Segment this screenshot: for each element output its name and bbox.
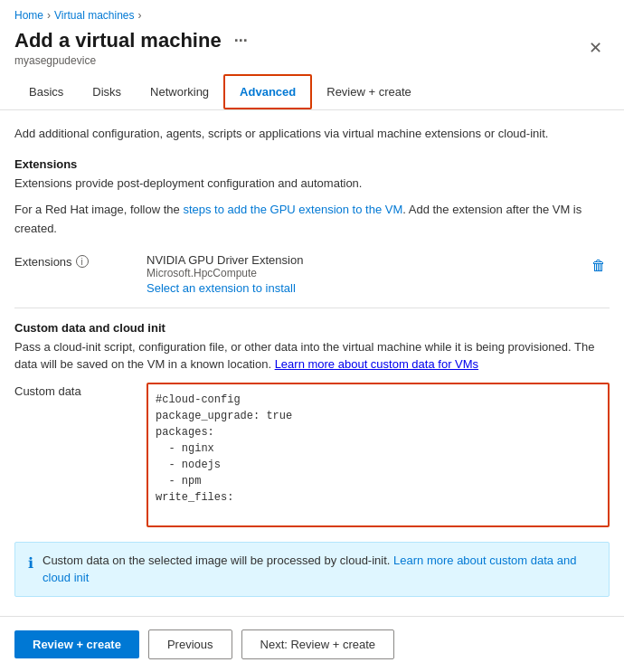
- extensions-info-icon[interactable]: i: [76, 255, 89, 268]
- extensions-info-before: For a Red Hat image, follow the: [14, 203, 183, 216]
- tab-basics[interactable]: Basics: [14, 74, 78, 109]
- breadcrumb-sep1: ›: [47, 9, 51, 22]
- delete-extension-button[interactable]: 🗑: [588, 256, 610, 276]
- page-description: Add additional configuration, agents, sc…: [14, 125, 610, 143]
- tabs-bar: Basics Disks Networking Advanced Review …: [0, 74, 624, 110]
- custom-data-label: Custom data: [14, 383, 132, 398]
- close-button[interactable]: ✕: [581, 34, 610, 62]
- header-title-row: Add a virtual machine ···: [14, 29, 248, 52]
- custom-data-input[interactable]: [147, 383, 610, 527]
- panel: Home › Virtual machines › Add a virtual …: [0, 0, 624, 672]
- tab-advanced[interactable]: Advanced: [223, 74, 312, 109]
- extensions-info-link[interactable]: steps to add the GPU extension to the VM: [183, 203, 402, 216]
- custom-data-title: Custom data and cloud init: [14, 321, 610, 335]
- custom-data-field-row: Custom data: [14, 383, 610, 527]
- info-banner-text: Custom data on the selected image will b…: [43, 552, 596, 587]
- extensions-field-row: Extensions i NVIDIA GPU Driver Extension…: [14, 253, 610, 295]
- extensions-value-row: NVIDIA GPU Driver Extension Microsoft.Hp…: [147, 253, 610, 279]
- footer: Review + create Previous Next: Review + …: [0, 616, 624, 672]
- extension-name: NVIDIA GPU Driver Extension: [147, 253, 303, 267]
- header-left: Add a virtual machine ··· myasegpudevice: [14, 29, 248, 67]
- extension-sub: Microsoft.HpcCompute: [147, 267, 303, 279]
- tab-networking[interactable]: Networking: [136, 74, 223, 109]
- breadcrumb-sep2: ›: [138, 9, 142, 22]
- breadcrumb-home[interactable]: Home: [14, 9, 43, 22]
- breadcrumb-vms[interactable]: Virtual machines: [54, 9, 135, 22]
- content-area: Add additional configuration, agents, sc…: [0, 110, 624, 616]
- header: Add a virtual machine ··· myasegpudevice…: [0, 25, 624, 74]
- tab-review-create[interactable]: Review + create: [312, 74, 426, 109]
- select-extension-link[interactable]: Select an extension to install: [147, 281, 610, 295]
- extensions-info: For a Red Hat image, follow the steps to…: [14, 201, 610, 239]
- extensions-label: Extensions i: [14, 253, 132, 269]
- tab-disks[interactable]: Disks: [78, 74, 136, 109]
- custom-data-learn-more-link[interactable]: Learn more about custom data for VMs: [275, 357, 478, 371]
- custom-data-desc: Pass a cloud-init script, configuration …: [14, 338, 610, 374]
- extensions-section: Extensions Extensions provide post-deplo…: [14, 157, 610, 295]
- header-subtitle: myasegpudevice: [14, 54, 248, 67]
- info-banner-icon: ℹ: [28, 553, 33, 574]
- previous-button[interactable]: Previous: [148, 629, 232, 659]
- header-more-button[interactable]: ···: [234, 32, 248, 51]
- next-button[interactable]: Next: Review + create: [241, 629, 395, 659]
- custom-data-section: Custom data and cloud init Pass a cloud-…: [14, 321, 610, 527]
- extensions-value: NVIDIA GPU Driver Extension Microsoft.Hp…: [147, 253, 610, 295]
- review-create-button[interactable]: Review + create: [14, 630, 139, 658]
- extensions-desc: Extensions provide post-deployment confi…: [14, 175, 610, 193]
- section-divider: [14, 308, 610, 308]
- info-banner: ℹ Custom data on the selected image will…: [14, 542, 610, 597]
- breadcrumb: Home › Virtual machines ›: [0, 0, 624, 25]
- page-title: Add a virtual machine: [14, 29, 222, 52]
- extensions-title: Extensions: [14, 157, 610, 171]
